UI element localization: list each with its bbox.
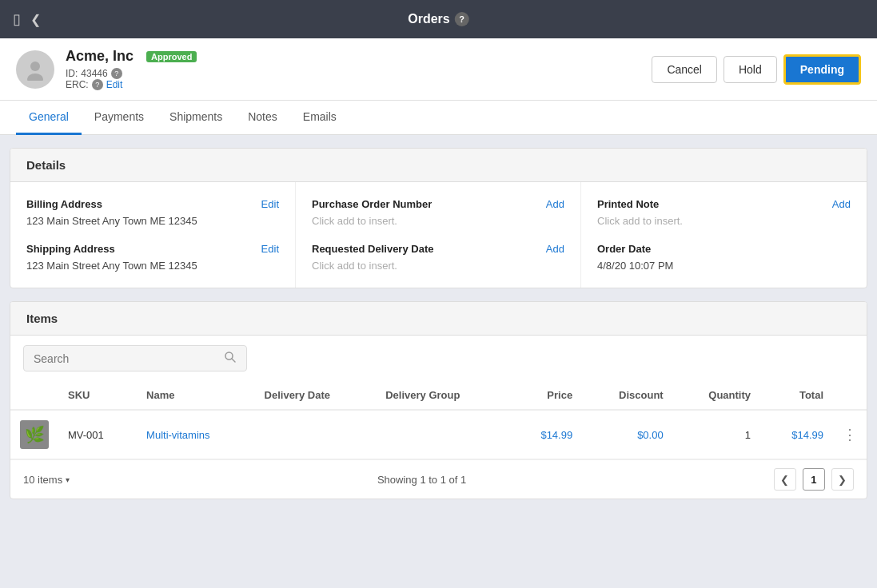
search-icon [224,351,237,366]
requested-delivery-label: Requested Delivery Date [312,243,433,255]
printed-note-label: Printed Note [597,198,659,210]
details-card: Details Billing Address Edit 123 Main St… [10,148,867,288]
requested-delivery-add[interactable]: Add [546,243,564,255]
company-name: Acme, Inc [66,48,134,65]
showing-label: Showing 1 to 1 of 1 [377,474,466,486]
page-title-text: Orders [408,12,449,26]
tab-payments[interactable]: Payments [82,101,157,135]
purchase-order-add[interactable]: Add [546,198,564,210]
company-info: Acme, Inc Approved ID: 43446 ? ERC: ? Ed… [66,48,197,90]
product-image: 🌿 [20,420,49,449]
next-page-button[interactable]: ❯ [831,468,854,491]
help-icon[interactable]: ? [455,12,469,26]
erc-info-icon[interactable]: ? [92,79,103,90]
page-title: Orders ? [408,12,468,26]
col-total: Total [760,381,833,410]
tab-shipments[interactable]: Shipments [157,101,235,135]
billing-address-cell: Billing Address Edit 123 Main Street Any… [10,182,296,288]
col-delivery-date: Delivery Date [255,381,377,410]
tab-notes[interactable]: Notes [235,101,290,135]
page-1-button[interactable]: 1 [803,468,825,491]
purchase-order-placeholder: Click add to insert. [312,215,564,227]
row-discount: $0.00 [582,410,673,459]
tab-emails[interactable]: Emails [290,101,349,135]
shipping-address-value: 123 Main Street Any Town ME 12345 [26,260,279,272]
billing-address-value: 123 Main Street Any Town ME 12345 [26,215,279,227]
id-value: 43446 [81,68,107,79]
id-info-icon[interactable]: ? [111,68,122,79]
svg-point-0 [30,62,40,71]
col-name: Name [137,381,254,410]
printed-note-cell: Printed Note Add Click add to insert. Or… [581,182,867,288]
items-per-page-label: 10 items [23,474,62,486]
row-quantity: 1 [673,410,760,459]
erc-label: ERC: [66,79,89,90]
shipping-address-edit[interactable]: Edit [261,243,279,255]
row-name[interactable]: Multi-vitamins [137,410,254,459]
sidebar-toggle-icon[interactable]: ▯ [13,10,21,28]
order-date-label: Order Date [597,243,651,255]
prev-page-button[interactable]: ❮ [774,468,796,491]
items-card: Items SKU Name Delivery Date [10,301,867,499]
items-per-page-chevron: ▾ [66,475,70,484]
items-search-bar [10,336,867,381]
printed-note-add[interactable]: Add [832,198,851,210]
row-sku: MV-001 [58,410,137,459]
col-discount: Discount [582,381,673,410]
requested-delivery-placeholder: Click add to insert. [312,260,564,272]
col-sku: SKU [58,381,137,410]
billing-address-label: Billing Address [26,198,102,210]
approved-badge: Approved [146,51,197,62]
row-total: $14.99 [760,410,833,459]
avatar [16,50,54,89]
pending-button[interactable]: Pending [783,54,861,85]
purchase-order-cell: Purchase Order Number Add Click add to i… [296,182,581,288]
col-delivery-group: Delivery Group [376,381,509,410]
items-header: Items [10,302,867,336]
tabs-bar: General Payments Shipments Notes Emails [0,101,877,135]
hold-button[interactable]: Hold [724,56,777,83]
cancel-button[interactable]: Cancel [652,56,717,83]
table-footer: 10 items ▾ Showing 1 to 1 of 1 ❮ 1 ❯ [10,459,867,499]
details-grid: Billing Address Edit 123 Main Street Any… [10,182,867,288]
row-price: $14.99 [509,410,582,459]
tab-general[interactable]: General [16,101,82,135]
id-label: ID: [66,68,78,79]
back-button[interactable]: ❮ [30,12,41,27]
items-per-page[interactable]: 10 items ▾ [23,474,70,486]
top-bar: ▯ ❮ Orders ? [0,0,877,38]
erc-edit-link[interactable]: Edit [106,79,123,90]
details-header: Details [10,149,867,182]
row-more-button[interactable]: ⋮ [843,427,857,443]
items-table: SKU Name Delivery Date Delivery Group Pr… [10,381,867,459]
shipping-address-label: Shipping Address [26,243,115,255]
table-row: 🌿 MV-001 Multi-vitamins $14.99 $0.00 1 $… [10,410,867,459]
col-price: Price [509,381,582,410]
main-content: Details Billing Address Edit 123 Main St… [0,135,877,525]
printed-note-placeholder: Click add to insert. [597,215,851,227]
svg-point-1 [27,74,43,81]
search-input[interactable] [34,352,217,365]
col-quantity: Quantity [673,381,760,410]
purchase-order-label: Purchase Order Number [312,198,432,210]
row-delivery-date [255,410,377,459]
product-image-cell: 🌿 [10,410,58,459]
header-actions: Cancel Hold Pending [652,54,861,85]
pagination: ❮ 1 ❯ [774,468,854,491]
row-delivery-group [376,410,509,459]
billing-address-edit[interactable]: Edit [261,198,279,210]
search-input-wrap[interactable] [23,345,247,371]
order-header: Acme, Inc Approved ID: 43446 ? ERC: ? Ed… [0,38,877,101]
svg-line-3 [232,359,235,362]
order-date-value: 4/8/20 10:07 PM [597,260,851,272]
row-more-cell[interactable]: ⋮ [833,410,867,459]
